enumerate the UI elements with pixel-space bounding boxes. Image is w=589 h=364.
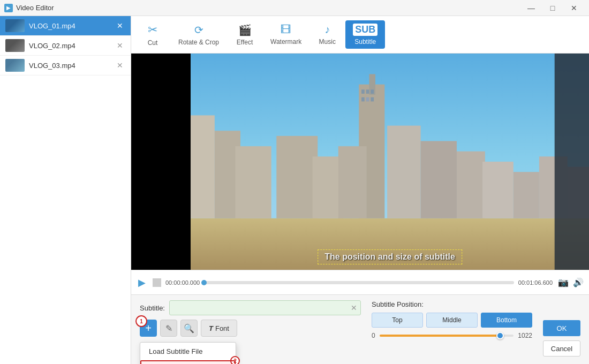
slider-min-value: 0 <box>372 332 375 339</box>
file-name-1: VLOG_01.mp4 <box>29 22 115 30</box>
camera-icon-button[interactable]: 📷 <box>557 276 570 289</box>
subtitle-section: Subtitle: ✕ + 1 ✎ 🔍 T <box>140 300 361 359</box>
svg-rect-2 <box>191 115 215 218</box>
slider-thumb <box>496 332 504 339</box>
close-button[interactable]: ✕ <box>563 0 585 16</box>
title-bar-left: ▶ Video Editor <box>4 4 54 12</box>
effect-label: Effect <box>237 39 253 46</box>
svg-rect-21 <box>366 97 369 102</box>
subtitle-clear-button[interactable]: ✕ <box>350 304 358 312</box>
file-item-3[interactable]: VLOG_03.mp4 ✕ <box>0 56 131 75</box>
progress-bar[interactable] <box>204 281 514 284</box>
playback-bar: ▶ 00:00:00.000 00:01:06.600 📷 🔊 <box>131 270 589 294</box>
watermark-label: Watermark <box>270 38 301 46</box>
play-button[interactable]: ▶ <box>135 276 148 289</box>
app-body: VLOG_01.mp4 ✕ VLOG_02.mp4 ✕ VLOG_03.mp4 … <box>0 16 589 364</box>
position-bottom-button[interactable]: Bottom <box>481 313 532 328</box>
position-buttons: Top Middle Bottom <box>372 313 532 328</box>
edit-subtitle-button[interactable]: ✎ <box>160 320 177 337</box>
playback-controls: 📷 🔊 <box>557 276 585 289</box>
position-middle-button[interactable]: Middle <box>426 313 478 328</box>
cut-tool-button[interactable]: ✂ Cut <box>137 20 169 50</box>
svg-rect-20 <box>361 97 365 102</box>
sidebar: VLOG_01.mp4 ✕ VLOG_02.mp4 ✕ VLOG_03.mp4 … <box>0 16 131 364</box>
search-subtitle-button[interactable]: 🔍 <box>180 320 198 337</box>
file-close-3[interactable]: ✕ <box>115 60 125 71</box>
highlight-border <box>140 360 236 364</box>
subtitle-tool-button[interactable]: SUB Subtitle <box>345 20 385 49</box>
file-thumb-3 <box>5 59 25 72</box>
subtitle-input[interactable] <box>172 304 350 312</box>
rotate-label: Rotate & Crop <box>178 39 219 46</box>
svg-rect-18 <box>366 89 369 94</box>
minimize-button[interactable]: — <box>520 0 542 16</box>
svg-rect-22 <box>371 97 374 102</box>
app-icon: ▶ <box>4 4 13 12</box>
video-background: The position and size of subtitle <box>131 54 589 270</box>
subtitle-preview-text: The position and size of subtitle <box>318 249 462 264</box>
font-icon: T <box>209 324 213 332</box>
subtitle-actions: + 1 ✎ 🔍 T Font Load Subtitle File Create… <box>140 320 361 337</box>
subtitle-icon: SUB <box>353 24 377 36</box>
font-button[interactable]: T Font <box>201 320 237 337</box>
file-name-2: VLOG_02.mp4 <box>29 42 115 50</box>
position-section: Subtitle Position: Top Middle Bottom 0 1… <box>372 300 532 359</box>
toolbar: ✂ Cut ⟳ Rotate & Crop 🎬 Effect 🎞 Waterma… <box>131 16 589 54</box>
position-title: Subtitle Position: <box>372 300 532 308</box>
svg-rect-19 <box>371 89 374 94</box>
file-item-1[interactable]: VLOG_01.mp4 ✕ <box>0 16 131 36</box>
action-buttons: OK Cancel <box>543 300 580 359</box>
video-area: The position and size of subtitle <box>131 54 589 270</box>
effect-tool-button[interactable]: 🎬 Effect <box>229 20 261 49</box>
subtitle-input-wrap: ✕ <box>169 300 361 315</box>
rotate-icon: ⟳ <box>194 24 203 36</box>
svg-rect-13 <box>482 162 514 218</box>
subtitle-dropdown-menu: Load Subtitle File Create Subtitle File … <box>140 342 236 364</box>
volume-icon-button[interactable]: 🔊 <box>572 276 585 289</box>
maximize-button[interactable]: □ <box>542 0 563 16</box>
subtitle-field-label: Subtitle: <box>140 304 165 312</box>
position-slider[interactable] <box>380 335 514 337</box>
app-title: Video Editor <box>16 4 54 12</box>
slider-fill <box>380 335 498 337</box>
font-label: Font <box>215 324 229 332</box>
time-total: 00:01:06.600 <box>518 279 553 286</box>
main-content: ✂ Cut ⟳ Rotate & Crop 🎬 Effect 🎞 Waterma… <box>131 16 589 364</box>
file-thumb-2 <box>5 39 25 52</box>
svg-rect-10 <box>387 126 421 218</box>
rotate-crop-tool-button[interactable]: ⟳ Rotate & Crop <box>171 20 226 49</box>
music-tool-button[interactable]: ♪ Music <box>311 20 343 49</box>
title-bar-controls: — □ ✕ <box>520 0 585 16</box>
subtitle-label: Subtitle <box>354 38 376 46</box>
svg-rect-7 <box>276 136 318 218</box>
cancel-button[interactable]: Cancel <box>543 340 580 357</box>
time-current: 00:00:00.000 <box>165 279 200 286</box>
position-slider-row: 0 1022 <box>372 332 532 339</box>
load-subtitle-file-item[interactable]: Load Subtitle File <box>140 343 236 360</box>
watermark-tool-button[interactable]: 🎞 Watermark <box>263 20 309 49</box>
file-close-2[interactable]: ✕ <box>115 40 125 51</box>
effect-icon: 🎬 <box>238 24 252 36</box>
svg-rect-14 <box>514 172 539 218</box>
svg-rect-11 <box>421 141 457 218</box>
file-item-2[interactable]: VLOG_02.mp4 ✕ <box>0 36 131 56</box>
svg-rect-17 <box>361 89 365 94</box>
file-thumb-1 <box>5 19 25 32</box>
music-label: Music <box>319 38 336 46</box>
create-subtitle-file-item[interactable]: Create Subtitle File 2 <box>140 360 236 364</box>
cut-icon: ✂ <box>148 23 157 37</box>
position-top-button[interactable]: Top <box>372 313 423 328</box>
file-close-1[interactable]: ✕ <box>115 20 125 31</box>
svg-rect-23 <box>555 54 589 270</box>
file-name-3: VLOG_03.mp4 <box>29 62 115 70</box>
add-subtitle-button[interactable]: + <box>140 320 157 337</box>
title-bar: ▶ Video Editor — □ ✕ <box>0 0 589 16</box>
music-icon: ♪ <box>324 24 330 36</box>
svg-rect-4 <box>235 146 271 218</box>
subtitle-input-row: Subtitle: ✕ <box>140 300 361 315</box>
stop-button[interactable] <box>153 278 161 287</box>
cut-label: Cut <box>148 39 158 47</box>
svg-rect-12 <box>457 151 485 218</box>
bottom-panel: Subtitle: ✕ + 1 ✎ 🔍 T <box>131 294 589 364</box>
ok-button[interactable]: OK <box>543 320 580 336</box>
